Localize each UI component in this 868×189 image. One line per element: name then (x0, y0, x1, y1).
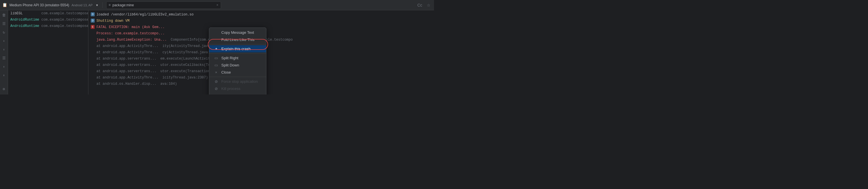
close-icon: × (214, 70, 218, 74)
toolbar-right-actions: Cc ☆ (416, 2, 432, 8)
split-down-icon: ▭ (214, 63, 218, 67)
context-menu: Copy Message Text Fold Lines Like This ✦… (209, 28, 267, 95)
force-stop-icon: ⊘ (214, 79, 218, 84)
regex-toggle-button[interactable]: Cc (416, 2, 423, 8)
bookmark-button[interactable]: ☆ (426, 2, 432, 8)
menu-separator-2 (209, 53, 266, 53)
crash-application-label: Crash application (221, 93, 250, 95)
toolbar: 📋 Medium Phone API 33 (emulator-5554) An… (0, 0, 434, 10)
ask-gemini-link[interactable]: (Ask Gem... (142, 25, 164, 29)
toolbar-separator-1 (102, 2, 103, 8)
scroll-lock-icon[interactable]: ☰ (1, 21, 7, 27)
log-line: D loaded /vendor/lib64/egl/libGLESv2_emu… (88, 11, 434, 18)
log-text: java.lang.RuntimeException: Una... (96, 37, 167, 43)
list-item[interactable]: libEGL com.example.testcompose (8, 10, 88, 16)
log-text: at android.app.ActivityThre... (96, 49, 158, 55)
split-down-menu-item[interactable]: ▭ Split Down (209, 62, 266, 69)
device-title: Medium Phone API 33 (emulator-5554) (9, 3, 69, 7)
close-label: Close (221, 70, 231, 74)
fold-lines-menu-item[interactable]: Fold Lines Like This (209, 36, 266, 43)
clear-logcat-icon[interactable]: 🗑 (1, 12, 7, 18)
log-tag-list: libEGL com.example.testcompose AndroidRu… (8, 10, 88, 95)
log-text: at android.app.servertrans... (96, 56, 156, 62)
log-text: loaded /vendor/lib64/egl/libGLESv2_emula… (96, 12, 193, 17)
log-text: at android.app.servertrans... (96, 69, 156, 74)
gemini-icon: ✦ (214, 47, 218, 51)
level-badge-d: D (91, 18, 95, 23)
log-text: Process: com.example.testcompo... (96, 31, 165, 36)
log-text: at android.app.servertrans... (96, 62, 156, 68)
force-stop-menu-item: ⊘ Force stop application (209, 78, 266, 85)
menu-separator-3 (209, 77, 266, 77)
log-line: D Shutting down VM (88, 18, 434, 24)
log-text: FATAL EXCEPTION: main (Ask Gem... (96, 24, 165, 30)
search-bar: ⊕ × (106, 1, 221, 9)
down-nav-icon[interactable]: ⬇ (1, 72, 7, 78)
copy-message-text-label: Copy Message Text (221, 30, 254, 35)
force-stop-label: Force stop application (221, 79, 258, 84)
kill-process-label: Kill process (221, 86, 240, 91)
explain-crash-menu-item[interactable]: ✦ Explain this crash (209, 45, 266, 52)
log-tag-label: AndroidRuntime (10, 24, 39, 28)
close-menu-item[interactable]: × Close (209, 69, 266, 76)
log-tag-label: AndroidRuntime (10, 18, 39, 22)
explain-crash-label: Explain this crash (221, 47, 251, 51)
split-right-icon: ▭ (214, 56, 218, 60)
kill-process-icon: ⊘ (214, 86, 218, 91)
menu-separator-1 (209, 44, 266, 44)
restart-icon[interactable]: ↻ (1, 29, 7, 36)
list-item[interactable]: AndroidRuntime com.example.testcompose (8, 16, 88, 23)
kill-process-menu-item: ⊘ Kill process (209, 85, 266, 92)
logcat-icon: 📋 (2, 3, 7, 7)
clear-search-button[interactable]: × (216, 3, 218, 7)
fold-lines-label: Fold Lines Like This (221, 38, 254, 42)
level-badge-e: E (91, 25, 95, 29)
split-right-menu-item[interactable]: ▭ Split Right (209, 54, 266, 62)
copy-message-text-menu-item[interactable]: Copy Message Text (209, 29, 266, 36)
log-text: at android.app.ActivityThre... (96, 75, 158, 80)
log-extra-text: icityThread.java:2307) (162, 75, 208, 80)
left-sidebar: 🗑 ☰ ↻ ⬇ ⬆ ☰ ⬆ ⬇ ⚙ (0, 10, 8, 95)
crash-application-menu-item: ⊘ Crash application (209, 92, 266, 95)
export-icon[interactable]: ⬆ (1, 46, 7, 53)
filter-icon[interactable]: ☰ (1, 55, 7, 61)
android-version-badge: Android 13, AP (71, 3, 92, 7)
log-pkg-label: com.example.testcompose (41, 11, 88, 15)
split-right-label: Split Right (221, 56, 238, 60)
settings-icon[interactable]: ⚙ (1, 86, 7, 92)
log-pkg-label: com.example.testcompose (41, 18, 88, 22)
search-input[interactable] (113, 3, 215, 7)
device-dropdown-button[interactable]: ▾ (95, 3, 99, 8)
log-tag-label: libEGL (10, 11, 39, 15)
split-down-label: Split Down (221, 63, 239, 67)
crash-app-icon: ⊘ (214, 93, 218, 95)
log-pkg-label: com.example.testcompose (41, 24, 88, 28)
up-nav-icon[interactable]: ⬆ (1, 64, 7, 70)
log-text: at android.app.ActivityThre... (96, 43, 158, 49)
log-extra-text: ava:104) (160, 81, 177, 87)
level-badge-d: D (91, 12, 95, 16)
main-content: libEGL com.example.testcompose AndroidRu… (8, 10, 434, 95)
log-output-panel: D loaded /vendor/lib64/egl/libGLESv2_emu… (88, 10, 434, 95)
log-text: at android.os.Handler.disp... (96, 81, 156, 87)
list-item[interactable]: AndroidRuntime com.example.testcompose (8, 23, 88, 29)
import-icon[interactable]: ⬇ (1, 38, 7, 44)
filter-icon: ⊕ (109, 3, 111, 7)
log-text: Shutting down VM (96, 18, 129, 24)
